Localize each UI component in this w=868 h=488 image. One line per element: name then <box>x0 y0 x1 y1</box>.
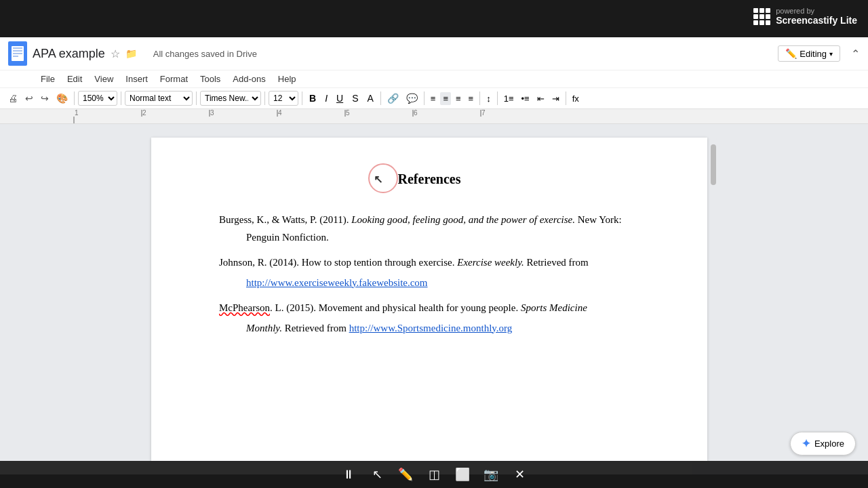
eraser-tool-btn[interactable]: ◫ <box>425 465 443 484</box>
menu-bar: File Edit View Insert Format Tools Add-o… <box>0 70 868 88</box>
style-select[interactable]: Normal text <box>125 91 193 106</box>
ref2-link[interactable]: http://www.exerciseweekly.fakewebsite.co… <box>246 277 428 288</box>
comment-btn[interactable]: 💬 <box>403 92 420 105</box>
ref3-link-line: Monthly. Retrieved from http://www.Sport… <box>219 320 639 338</box>
ref-entry-2: Johnson, R. (2014). How to stop tention … <box>219 254 639 272</box>
pencil-icon: ✏️ <box>785 48 797 59</box>
menu-edit[interactable]: Edit <box>62 72 87 86</box>
textcolor-btn[interactable]: A <box>363 92 376 105</box>
cursor-icon: ↖ <box>374 173 382 186</box>
rectangle-tool-btn[interactable]: ⬜ <box>453 465 472 484</box>
toolbar: 🖨 ↩ ↪ 🎨 150% Normal text Times New... 12… <box>0 88 868 109</box>
docs-logo <box>8 41 27 66</box>
collapse-toolbar-btn[interactable]: ⌃ <box>851 47 860 60</box>
screencastify-brand: Screencastify Lite <box>776 15 857 26</box>
fontsize-select[interactable]: 12 <box>269 91 298 106</box>
font-select[interactable]: Times New... <box>200 91 261 106</box>
align-center-btn[interactable]: ≡ <box>440 92 451 105</box>
editing-label: Editing <box>800 49 827 59</box>
ref3-text: McPhearson. L. (2015). Movement and phys… <box>219 302 587 313</box>
underline-btn[interactable]: U <box>333 92 347 105</box>
linespacing-btn[interactable]: ↕ <box>484 92 494 105</box>
ref1-text: Burgess, K., & Watts, P. (2011). Looking… <box>219 214 622 243</box>
undo-btn[interactable]: ↩ <box>22 92 36 105</box>
pen-tool-btn[interactable]: ✏️ <box>396 465 415 484</box>
pause-btn[interactable]: ⏸ <box>339 465 358 484</box>
explore-button[interactable]: ✦ Explore <box>790 432 856 455</box>
zoom-select[interactable]: 150% <box>78 91 117 106</box>
ruler: 1 2 3 4 5 6 7 <box>0 109 868 124</box>
save-status: All changes saved in Drive <box>153 49 257 59</box>
scrollbar[interactable] <box>710 138 717 461</box>
justify-btn[interactable]: ≡ <box>466 92 477 105</box>
ref3-link[interactable]: http://www.Sportsmedicine.monthly.org <box>349 323 513 333</box>
ref3-text2: Monthly. <box>246 323 282 333</box>
link-btn[interactable]: 🔗 <box>384 92 401 105</box>
docs-app: APA example ☆ 📁 All changes saved in Dri… <box>0 37 868 461</box>
ref-entry-1: Burgess, K., & Watts, P. (2011). Looking… <box>219 211 639 246</box>
bold-btn[interactable]: B <box>306 92 319 105</box>
paintformat-btn[interactable]: 🎨 <box>54 92 71 105</box>
explore-label: Explore <box>814 439 844 449</box>
chevron-down-icon: ▾ <box>829 50 833 58</box>
bottom-toolbar: ⏸ ↖ ✏️ ◫ ⬜ 📷 ✕ <box>0 461 868 488</box>
ref2-link-line: http://www.exerciseweekly.fakewebsite.co… <box>219 274 639 292</box>
screencastify-badge: powered by Screencastify Lite <box>743 0 868 33</box>
ref2-text: Johnson, R. (2014). How to stop tention … <box>219 257 589 268</box>
star-icon[interactable]: ☆ <box>111 47 120 60</box>
doc-title[interactable]: APA example <box>33 47 105 61</box>
formula-btn[interactable]: fx <box>570 92 582 105</box>
align-left-btn[interactable]: ≡ <box>428 92 439 105</box>
camera-btn[interactable]: 📷 <box>481 465 500 484</box>
menu-addons[interactable]: Add-ons <box>227 72 271 86</box>
powered-by-label: powered by <box>776 7 857 15</box>
align-right-btn[interactable]: ≡ <box>453 92 464 105</box>
doc-page: ↖ References Burgess, K., & Watts, P. (2… <box>151 138 707 461</box>
editing-button[interactable]: ✏️ Editing ▾ <box>778 45 840 62</box>
print-btn[interactable]: 🖨 <box>5 92 20 105</box>
title-row: APA example ☆ 📁 All changes saved in Dri… <box>0 37 868 70</box>
cursor-circle <box>368 163 398 193</box>
folder-icon[interactable]: 📁 <box>125 48 137 59</box>
decrease-indent-btn[interactable]: ⇤ <box>534 92 547 105</box>
menu-format[interactable]: Format <box>155 72 193 86</box>
ref-entry-3: McPhearson. L. (2015). Movement and phys… <box>219 300 639 317</box>
menu-view[interactable]: View <box>89 72 119 86</box>
close-recording-btn[interactable]: ✕ <box>510 465 529 484</box>
menu-insert[interactable]: Insert <box>120 72 153 86</box>
increase-indent-btn[interactable]: ⇥ <box>549 92 562 105</box>
references-heading: ↖ References <box>219 171 639 187</box>
menu-file[interactable]: File <box>35 72 60 86</box>
redo-btn[interactable]: ↪ <box>38 92 52 105</box>
numberedlist-btn[interactable]: 1≡ <box>501 92 517 105</box>
bulletlist-btn[interactable]: •≡ <box>519 92 532 105</box>
menu-help[interactable]: Help <box>273 72 302 86</box>
explore-plus-icon: ✦ <box>802 437 810 450</box>
document-area: ↖ References Burgess, K., & Watts, P. (2… <box>0 124 868 474</box>
cursor-tool-btn[interactable]: ↖ <box>368 465 387 484</box>
strikethrough-btn[interactable]: S <box>349 92 361 105</box>
menu-tools[interactable]: Tools <box>195 72 226 86</box>
italic-btn[interactable]: I <box>321 92 331 105</box>
